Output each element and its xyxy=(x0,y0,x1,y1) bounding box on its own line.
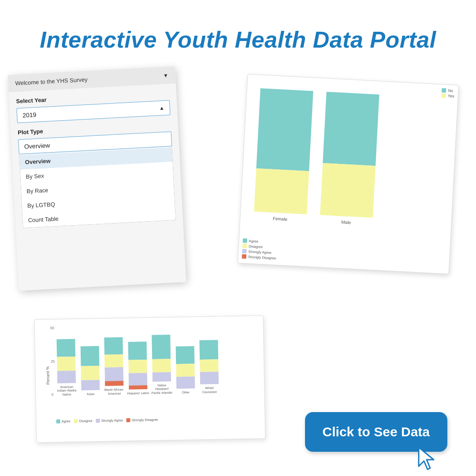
y-tick-0: 0 xyxy=(52,393,56,397)
year-arrow: ▲ xyxy=(159,105,165,112)
legend-yes: Yes xyxy=(442,93,454,98)
sex-chart-legend: No Yes xyxy=(442,88,455,99)
bar-hispanic-stack xyxy=(128,342,148,390)
dropdown-list: Overview By Sex By Race By LGTBQ Count T… xyxy=(19,147,176,228)
bar-black: Black/ African-American xyxy=(102,337,125,396)
male-label: Male xyxy=(341,219,351,225)
page-title: Interactive Youth Health Data Portal xyxy=(40,26,436,53)
bar-hispanic: Hispanic/ Latino xyxy=(126,342,149,395)
male-bar-wrap: Male xyxy=(320,92,379,226)
bar-asian-stack xyxy=(81,346,100,390)
bar-native-hawaiian: Native Hawaiian/ Pacific Islander xyxy=(150,335,173,395)
y-tick-50: 50 xyxy=(50,326,54,330)
y-axis-label: Percent % xyxy=(45,366,50,385)
bar-nh-stack xyxy=(152,335,171,382)
sidebar-top-label: Welcome to the YHS Survey xyxy=(15,76,88,87)
cursor-icon xyxy=(414,445,441,472)
bar-am-indian-label: American Indian/ Alaska Native xyxy=(56,385,78,397)
bar-other-stack xyxy=(176,346,195,389)
main-container: Interactive Youth Health Data Portal No … xyxy=(0,0,476,476)
year-select-box[interactable]: 2019 ▲ xyxy=(16,100,170,123)
race-chart-legend: Agree Disagree Strongly Agree Strongly D… xyxy=(56,418,158,424)
legend-no-color xyxy=(442,88,446,93)
content-area: No Yes Female xyxy=(0,66,476,476)
chart2-bottom-legend: Agree Disagree Strongly Agree Strongly D… xyxy=(242,238,277,261)
bar-asian: Asian xyxy=(79,346,102,396)
legend-no: No xyxy=(442,88,454,93)
legend-yes-label: Yes xyxy=(448,94,454,99)
legend-no-label: No xyxy=(448,89,453,93)
female-label: Female xyxy=(273,216,288,222)
bar-black-stack xyxy=(104,337,123,386)
top-dropdown-arrow[interactable]: ▼ xyxy=(163,72,169,79)
male-yes-segment xyxy=(320,163,376,218)
bar-asian-label: Asian xyxy=(80,392,102,396)
svg-marker-0 xyxy=(419,447,434,469)
race-chart-panel: Percent % 50 25 0 xyxy=(34,315,266,443)
female-bar-wrap: Female xyxy=(253,88,313,223)
dashboard-panel: No Yes Female xyxy=(238,74,459,275)
sidebar-body: Select Year 2019 ▲ Plot Type Overview Ov… xyxy=(8,83,183,234)
y-tick-25: 25 xyxy=(51,359,55,363)
sex-bars: Female Male xyxy=(253,88,451,230)
bar-other-label: Other xyxy=(175,390,197,394)
chart-area: No Yes Female xyxy=(238,74,458,274)
race-chart-inner: Percent % 50 25 0 xyxy=(50,323,260,424)
year-value: 2019 xyxy=(22,111,37,119)
female-no-segment xyxy=(256,88,313,171)
bar-nh-label: Native Hawaiian/ Pacific Islander xyxy=(151,383,173,395)
bar-white: White/ Caucasian xyxy=(197,340,220,394)
male-bar xyxy=(320,92,379,218)
female-yes-segment xyxy=(254,168,309,214)
bar-other: Other xyxy=(174,346,197,394)
bar-white-stack xyxy=(199,340,219,385)
bar-black-label: Black/ African-American xyxy=(103,388,125,396)
bar-hispanic-label: Hispanic/ Latino xyxy=(127,391,149,395)
legend-yes-color xyxy=(442,93,446,98)
race-bars-row: American Indian/ Alaska Native Asian xyxy=(55,323,260,397)
bar-american-indian: American Indian/ Alaska Native xyxy=(55,339,78,397)
male-no-segment xyxy=(323,92,379,166)
sidebar-panel: Welcome to the YHS Survey ▼ Select Year … xyxy=(7,66,186,290)
bar-am-indian-stack xyxy=(56,339,76,383)
female-bar xyxy=(254,88,313,214)
bar-white-label: White/ Caucasian xyxy=(198,386,220,394)
